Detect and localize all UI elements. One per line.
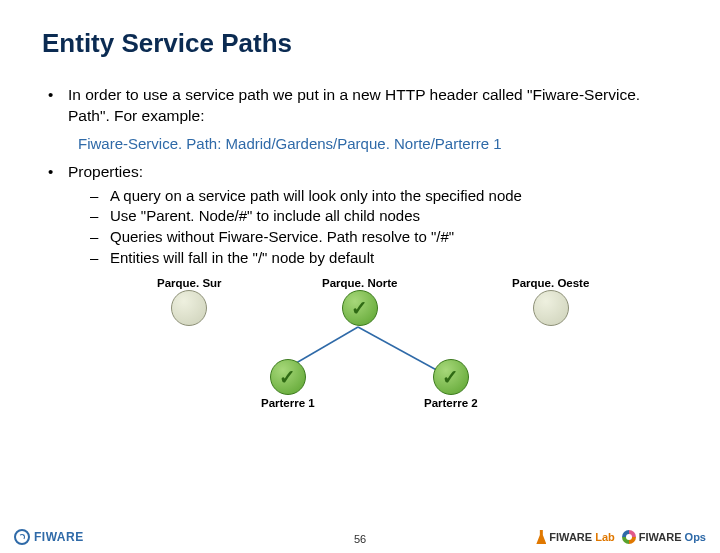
example-header-line: Fiware-Service. Path: Madrid/Gardens/Par… <box>78 135 678 152</box>
bullet-intro-text: In order to use a service path we put in… <box>68 86 640 124</box>
node-parterre1: ✓ Parterre 1 <box>261 359 315 410</box>
properties-sublist: A query on a service path will look only… <box>88 186 678 269</box>
main-bullets-2: Properties: A query on a service path wi… <box>42 162 678 269</box>
label-parterre2: Parterre 2 <box>424 397 478 409</box>
circle-parque-norte: ✓ <box>342 290 378 326</box>
bullet-properties: Properties: A query on a service path wi… <box>42 162 678 269</box>
footer-right: FIWARE Lab FIWARE Ops <box>536 530 706 544</box>
fiware-icon <box>14 529 30 545</box>
sub-1: A query on a service path will look only… <box>88 186 678 207</box>
node-parque-oeste: Parque. Oeste <box>512 277 589 326</box>
node-parque-norte: Parque. Norte ✓ <box>322 277 397 326</box>
label-parque-norte: Parque. Norte <box>322 277 397 289</box>
fiware-ops-text: FIWARE Ops <box>639 531 706 543</box>
fiware-lab-text: FIWARE Lab <box>549 531 614 543</box>
bullet-properties-text: Properties: <box>68 163 143 180</box>
node-parque-sur: Parque. Sur <box>157 277 222 326</box>
circle-parque-oeste <box>533 290 569 326</box>
slide-title: Entity Service Paths <box>42 28 678 59</box>
footer-left: FIWARE <box>14 529 84 545</box>
fiware-text: FIWARE <box>34 530 84 544</box>
circle-parterre1: ✓ <box>270 359 306 395</box>
tree-diagram: Parque. Sur Parque. Norte ✓ Parque. Oest… <box>42 277 678 427</box>
flask-icon <box>536 530 546 544</box>
main-bullets: In order to use a service path we put in… <box>42 85 678 127</box>
circle-parterre2: ✓ <box>433 359 469 395</box>
check-icon: ✓ <box>434 360 468 394</box>
fiware-logo: FIWARE <box>14 529 84 545</box>
sub-2: Use "Parent. Node/#" to include all chil… <box>88 206 678 227</box>
fiware-lab-logo: FIWARE Lab <box>536 530 614 544</box>
bullet-intro: In order to use a service path we put in… <box>42 85 678 127</box>
fiware-ops-logo: FIWARE Ops <box>622 530 706 544</box>
label-parque-sur: Parque. Sur <box>157 277 222 289</box>
circle-parque-sur <box>171 290 207 326</box>
check-icon: ✓ <box>271 360 305 394</box>
footer-bar: FIWARE FIWARE Lab FIWARE Ops <box>0 529 720 545</box>
label-parterre1: Parterre 1 <box>261 397 315 409</box>
check-icon: ✓ <box>343 291 377 325</box>
gear-icon <box>622 530 636 544</box>
label-parque-oeste: Parque. Oeste <box>512 277 589 289</box>
sub-4: Entities will fall in the "/" node by de… <box>88 248 678 269</box>
node-parterre2: ✓ Parterre 2 <box>424 359 478 410</box>
slide-content: Entity Service Paths In order to use a s… <box>0 0 720 427</box>
sub-3: Queries without Fiware-Service. Path res… <box>88 227 678 248</box>
